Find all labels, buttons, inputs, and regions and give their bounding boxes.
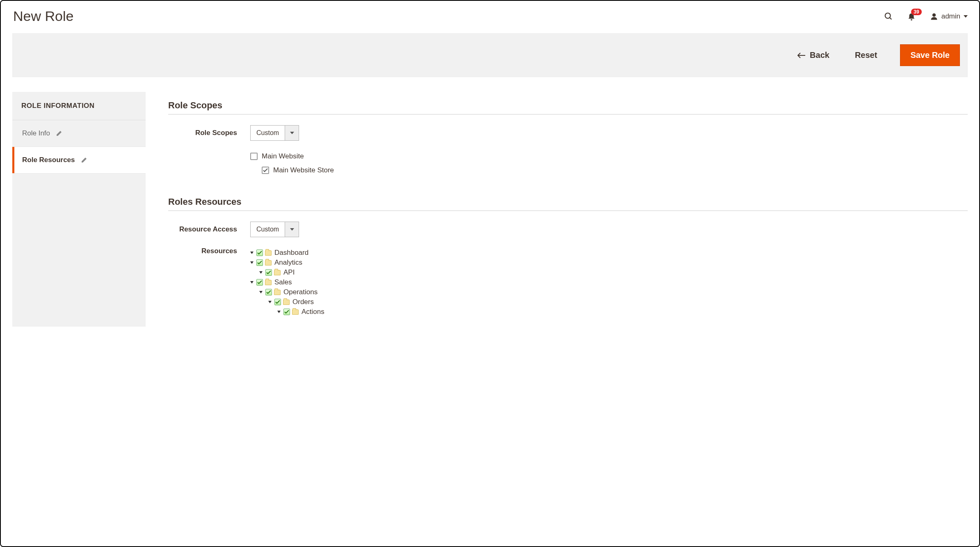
folder-icon xyxy=(265,280,272,285)
sidebar-item-label: Role Resources xyxy=(22,156,75,164)
tree-expand-icon xyxy=(277,311,281,313)
notifications-icon[interactable]: 39 xyxy=(907,11,916,21)
tree-node[interactable]: Orders xyxy=(268,297,324,307)
scope-label: Main Website Store xyxy=(273,166,334,174)
reset-button[interactable]: Reset xyxy=(852,50,879,60)
sidebar-item-role-info[interactable]: Role Info xyxy=(12,120,146,147)
scope-label: Main Website xyxy=(262,152,304,160)
account-menu[interactable]: admin xyxy=(930,12,968,21)
folder-icon xyxy=(292,309,299,315)
caret-down-icon xyxy=(285,126,299,140)
folder-icon xyxy=(265,260,272,265)
tree-expand-icon xyxy=(250,281,254,284)
checkbox-checked-icon xyxy=(262,167,269,174)
scope-main-website-store[interactable]: Main Website Store xyxy=(262,166,334,174)
resource-access-value: Custom xyxy=(251,222,285,237)
checkbox-checked-icon xyxy=(283,309,290,315)
back-button[interactable]: Back xyxy=(795,50,832,60)
tree-node-label: Actions xyxy=(302,307,324,317)
tree-node[interactable]: Sales xyxy=(250,277,324,287)
sidebar: ROLE INFORMATION Role Info Role Resource… xyxy=(12,92,146,327)
scopes-select-value: Custom xyxy=(251,126,285,140)
tree-node[interactable]: Dashboard xyxy=(250,248,324,258)
sidebar-item-label: Role Info xyxy=(22,129,50,137)
tree-expand-icon xyxy=(259,291,263,293)
svg-point-0 xyxy=(885,13,890,18)
tree-node[interactable]: Analytics xyxy=(250,258,324,268)
tree-expand-icon xyxy=(250,261,254,264)
section-title-scopes: Role Scopes xyxy=(168,100,968,111)
folder-icon xyxy=(274,290,281,295)
checkbox-checked-icon xyxy=(274,299,281,305)
user-icon xyxy=(930,12,938,21)
account-label: admin xyxy=(941,12,960,21)
tree-node-label: Dashboard xyxy=(274,248,308,258)
tree-expand-icon xyxy=(268,301,272,303)
sidebar-heading: ROLE INFORMATION xyxy=(12,92,146,120)
resources-tree-label: Resources xyxy=(168,247,250,255)
svg-line-1 xyxy=(889,17,891,19)
arrow-left-icon xyxy=(797,53,806,58)
scopes-select[interactable]: Custom xyxy=(250,125,299,141)
tree-node[interactable]: API xyxy=(259,268,324,277)
scope-main-website[interactable]: Main Website xyxy=(250,152,334,160)
resource-access-label: Resource Access xyxy=(168,225,250,233)
caret-down-icon xyxy=(285,222,299,237)
tree-node[interactable]: Actions xyxy=(277,307,324,317)
tree-node-label: Sales xyxy=(274,277,292,287)
action-bar: Back Reset Save Role xyxy=(12,33,968,77)
folder-icon xyxy=(265,250,272,256)
scopes-label: Role Scopes xyxy=(168,129,250,137)
caret-down-icon xyxy=(964,15,968,18)
pencil-icon xyxy=(56,130,62,137)
section-title-resources: Roles Resources xyxy=(168,197,968,207)
tree-node[interactable]: Operations xyxy=(259,287,324,297)
search-icon[interactable] xyxy=(884,12,893,21)
folder-icon xyxy=(283,300,290,305)
save-button[interactable]: Save Role xyxy=(900,44,960,66)
tree-node-label: Analytics xyxy=(274,258,302,268)
checkbox-checked-icon xyxy=(256,259,263,266)
pencil-icon xyxy=(81,157,87,163)
checkbox-checked-icon xyxy=(256,279,263,286)
checkbox-icon xyxy=(250,153,258,160)
tree-node-label: Operations xyxy=(283,287,318,297)
svg-point-2 xyxy=(911,19,912,21)
resource-tree: DashboardAnalyticsAPISalesOperationsOrde… xyxy=(250,247,324,317)
notification-badge: 39 xyxy=(911,9,921,15)
divider xyxy=(168,211,968,211)
svg-point-3 xyxy=(932,13,936,16)
divider xyxy=(168,114,968,114)
resource-access-select[interactable]: Custom xyxy=(250,222,299,237)
tree-expand-icon xyxy=(259,271,263,274)
tree-expand-icon xyxy=(250,252,254,254)
checkbox-checked-icon xyxy=(265,269,272,276)
sidebar-item-role-resources[interactable]: Role Resources xyxy=(12,147,146,174)
folder-icon xyxy=(274,270,281,275)
page-title: New Role xyxy=(13,8,884,24)
tree-node-label: Orders xyxy=(292,297,314,307)
checkbox-checked-icon xyxy=(265,289,272,295)
tree-node-label: API xyxy=(283,268,295,277)
checkbox-checked-icon xyxy=(256,249,263,256)
